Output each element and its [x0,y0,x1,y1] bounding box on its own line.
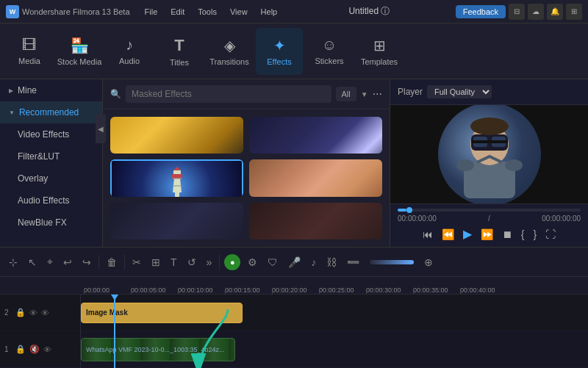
video-effects-label: Video Effects [18,129,69,140]
sidebar-item-recommended[interactable]: ▼ Recommended [0,101,102,123]
sidebar-item-mine[interactable]: ▶ Mine [0,79,102,101]
menu-file[interactable]: File [139,6,164,18]
ruler-mark-3: 00:00:15:00 [225,286,272,294]
track-1-lock-button[interactable]: 🔒 [15,344,26,355]
time-total: 00:00:00:00 [542,214,581,223]
toolbar-media[interactable]: 🎞 Media [6,28,53,75]
sidebar-item-filter-lut[interactable]: Filter&LUT [0,145,102,167]
timeline-tool-ripple[interactable]: ⌖ [44,254,56,270]
track-2-lock-button[interactable]: 🔒 [15,307,26,318]
toolbar-titles[interactable]: T Titles [156,28,203,75]
effect-clip-label: Image Mask [86,309,128,317]
toolbar-audio[interactable]: ♪ Audio [106,28,153,75]
ruler-mark-8: 00:00:40:00 [460,286,507,294]
templates-icon: ⊞ [373,37,386,54]
track-1-mute-button[interactable]: 🔇 [29,344,40,355]
timeline-tool-text[interactable]: T [168,255,180,270]
app-name: Wondershare Filmora 13 Beta [22,7,130,16]
track-labels: 2 🔒 👁 👁 1 🔒 🔇 👁 [0,295,81,368]
track-num-1: 1 [4,345,9,353]
timeline-tool-plus[interactable]: ⊕ [421,255,436,270]
timeline-tool-minus[interactable]: ➖ [344,255,362,270]
timeline-tool-undo[interactable]: ↩ [60,255,75,270]
timeline-tool-ripple2[interactable]: ↺ [184,255,199,270]
track-1-hide-button[interactable]: 👁 [43,344,52,355]
effect-image-mask[interactable]: Image Mask [110,159,243,196]
in-point-button[interactable]: { [520,227,526,242]
timeline-tool-split[interactable]: ✂ [129,255,144,270]
svg-point-15 [456,159,474,171]
ruler-mark-6: 00:00:30:00 [366,286,413,294]
toolbar-stickers[interactable]: ☺ Stickers [306,28,353,75]
cloud-icon[interactable]: ☁ [528,4,544,20]
video-clip[interactable]: WhatsApp VMF 2023-10-0..._1003:35_4b24z.… [81,338,235,361]
media-icon: 🎞 [22,37,37,54]
toolbar-stock-media[interactable]: 🏪 Stock Media [56,28,103,75]
effect-clip-image-mask[interactable]: Image Mask [81,303,243,323]
timeline-tool-redo[interactable]: ↪ [79,255,94,270]
menu-view[interactable]: View [224,6,254,18]
tl-sep-2 [124,255,125,270]
feedback-button[interactable]: Feedback [456,5,506,18]
stop-button[interactable]: ⏹ [501,227,514,242]
bell-icon[interactable]: 🔔 [547,4,563,20]
toolbar-transitions[interactable]: ◈ Transitions [206,28,253,75]
effect-audio-visualizer-glow[interactable]: ⬇ Audio Visualizer Glow [110,117,243,154]
playhead [114,295,115,368]
filter-button[interactable]: All [336,87,356,101]
effect-thumb: ⬇ [249,117,382,154]
step-forward-button[interactable]: ⏩ [479,227,495,242]
timeline-tool-audio-split[interactable]: ⊞ [148,255,163,270]
effect-thumb: ⬇ [110,117,243,154]
ruler-mark-7: 00:00:35:00 [413,286,460,294]
svg-point-14 [470,118,509,135]
timeline-tool-pointer[interactable]: ↖ [25,255,40,270]
menu-edit[interactable]: Edit [165,6,190,18]
sidebar-item-overlay[interactable]: Overlay [0,167,102,190]
track-2-mute-button[interactable]: 👁 [29,308,38,318]
grid-icon[interactable]: ⊞ [566,4,582,20]
timeline-tool-more[interactable]: » [204,255,215,270]
timeline-tool-link[interactable]: ⛓ [323,255,340,270]
out-point-button[interactable]: } [532,227,539,242]
search-input[interactable] [126,85,331,103]
toolbar-effects[interactable]: ✦ Effects [256,28,303,75]
effect-warm-family-01[interactable]: ⬇ Warm Family 01 [249,159,382,196]
quality-select[interactable]: Full Quality [427,85,492,98]
progress-bar[interactable] [398,209,581,212]
timeline-tool-delete[interactable]: 🗑 [104,255,120,270]
panel-collapse-button[interactable]: ◀ [96,114,103,143]
sidebar-item-video-effects[interactable]: Video Effects [0,123,102,145]
play-button[interactable]: ▶ [462,226,473,242]
player-panel: Player Full Quality [390,79,588,247]
toolbar-templates[interactable]: ⊞ Templates [356,28,403,75]
sidebar-item-newblue-fx[interactable]: NewBlue FX [0,212,102,234]
menu-help[interactable]: Help [255,6,284,18]
menu-tools[interactable]: Tools [192,6,223,18]
timeline-tool-shield[interactable]: 🛡 [265,255,281,270]
sidebar-item-audio-effects[interactable]: Audio Effects [0,190,102,212]
timeline-tool-select[interactable]: ⊹ [6,255,21,270]
timeline-tool-gear[interactable]: ⚙ [245,255,260,270]
effect-thumb: ⬇ [249,159,382,196]
center-panel: 🔍 All ▼ ··· ⬇ Audio Visualizer Glow ⬇ Li… [103,79,390,247]
effect-light-effect-18[interactable]: ⬇ Light Effect 18 [249,117,382,154]
timeline-tool-mic[interactable]: 🎤 [285,255,304,270]
track-2-hide-button[interactable]: 👁 [40,308,50,318]
skip-back-button[interactable]: ⏮ [421,227,434,242]
svg-rect-6 [173,185,182,187]
effect-dark-1[interactable] [110,203,243,239]
fullscreen-button[interactable]: ⛶ [544,227,557,242]
search-icon: 🔍 [110,89,121,99]
effect-dark-2[interactable] [249,203,382,239]
timeline-tool-note[interactable]: ♪ [308,255,319,270]
player-view [390,105,588,203]
zoom-slider[interactable] [370,260,414,264]
overlay-label: Overlay [18,173,48,184]
track-row-2: Image Mask [81,295,588,331]
timeline-record-button[interactable]: ● [224,254,240,270]
step-back-button[interactable]: ⏪ [440,227,456,242]
screen-icon[interactable]: ⊟ [509,4,525,20]
more-options-button[interactable]: ··· [373,87,382,101]
ruler-mark-4: 00:00:20:00 [272,286,319,294]
